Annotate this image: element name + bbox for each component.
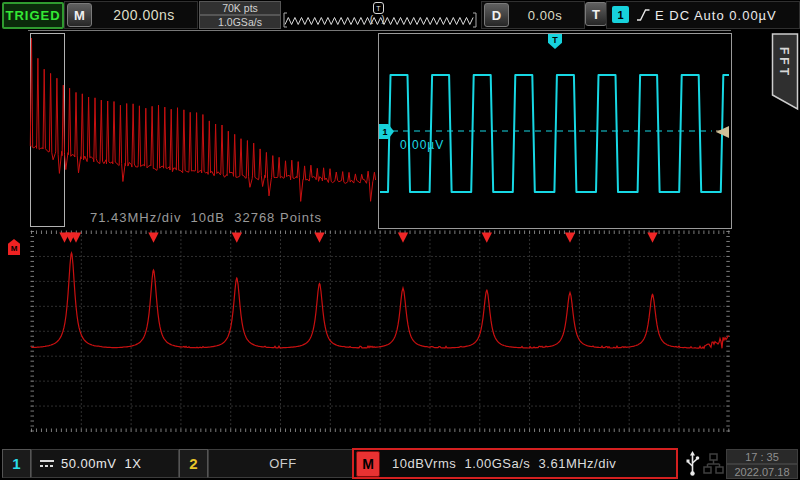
timebase-value: 200.00ns [95, 2, 193, 28]
trigger-status-badge: TRIGED [2, 2, 64, 29]
fft-zoom-window-bracket[interactable] [30, 33, 65, 227]
horizontal-menu-button[interactable]: M [67, 3, 92, 27]
fft-menu-tab[interactable]: FFT [770, 33, 800, 111]
memory-depth: 70K pts [199, 1, 281, 15]
math-info-group[interactable]: M 10dBVrms 1.00GSa/s 3.61MHz/div [352, 448, 678, 479]
channel1-level-label: 0.00µV [400, 138, 444, 152]
channel1-scale: 50.00mV [61, 456, 117, 471]
display-top-border [28, 30, 731, 31]
dc-coupling-icon [40, 459, 55, 468]
fft-tab-label: FFT [777, 47, 791, 78]
math-badge[interactable]: M [356, 451, 380, 477]
time-domain-panel-border [378, 33, 732, 229]
math-channel-marker[interactable]: M [8, 239, 20, 255]
channel2-info[interactable]: OFF [208, 449, 358, 478]
date-display: 2022.07.18 [726, 464, 798, 479]
channel2-status: OFF [269, 456, 297, 471]
preview-trigger-flag[interactable]: T [373, 2, 384, 14]
trigger-info-panel: 1 E DC Auto 0.00µV [606, 1, 800, 29]
delay-panel: D 0.00s [481, 1, 585, 29]
channel2-badge[interactable]: 2 [179, 449, 208, 478]
time-display: 17 : 35 [726, 449, 798, 464]
clock-panel: 17 : 35 2022.07.18 [726, 449, 798, 478]
fft-scale-readout: 71.43MHz/div 10dB 32768 Points [41, 210, 371, 225]
waveform-preview[interactable]: T ( ) [282, 1, 479, 28]
trigger-detail: E DC Auto 0.00µV [655, 2, 777, 28]
usb-icon [684, 450, 701, 477]
timebase-panel: M 200.00ns [64, 1, 198, 29]
sample-rate: 1.0GSa/s [199, 15, 281, 29]
delay-value: 0.00s [510, 2, 580, 28]
channel1-info[interactable]: 50.00mV 1X [31, 449, 179, 478]
channel1-badge[interactable]: 1 [2, 449, 31, 478]
lan-icon [703, 452, 724, 476]
trigger-source-badge: 1 [612, 6, 629, 23]
acquisition-panel: 70K pts 1.0GSa/s [199, 1, 281, 28]
delay-menu-button[interactable]: D [484, 3, 509, 27]
preview-trigger-brackets: ( ) [370, 14, 388, 24]
channel1-probe: 1X [125, 456, 142, 471]
math-detail: 10dBVrms 1.00GSa/s 3.61MHz/div [392, 456, 616, 471]
oscilloscope-screen: 71.43MHz/div 10dB 32768 Points 0.00µV 1 … [0, 0, 800, 480]
trigger-menu-button[interactable]: T [585, 2, 607, 26]
top-status-bar: TRIGED M 200.00ns 70K pts 1.0GSa/s T ( )… [0, 0, 800, 29]
rising-edge-icon [636, 7, 651, 23]
